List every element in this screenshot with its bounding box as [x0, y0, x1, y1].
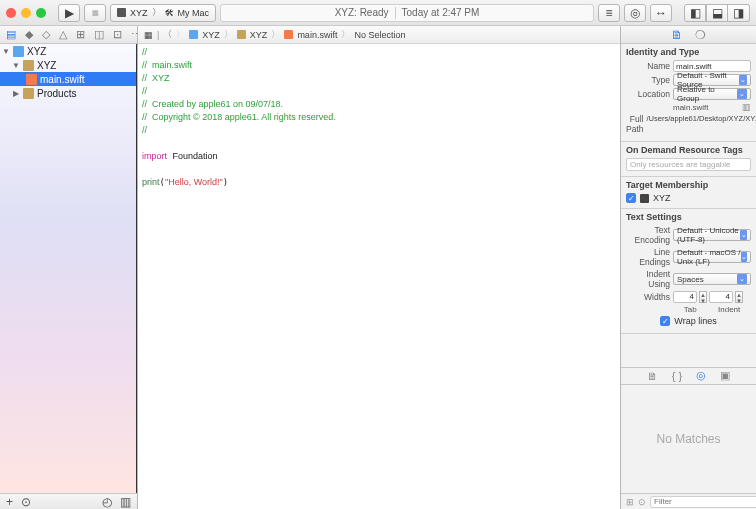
- disclosure-triangle-icon[interactable]: ▼: [12, 61, 20, 70]
- editor-assistant-button[interactable]: ◎: [624, 4, 646, 22]
- stop-button[interactable]: ■: [84, 4, 106, 22]
- fullpath-label: Full Path: [626, 114, 643, 134]
- object-library-icon[interactable]: ◎: [696, 369, 706, 382]
- swift-file-icon: [284, 30, 293, 39]
- folder-icon: [237, 30, 246, 39]
- navigator-panel: ▤ ◆ ◇ △ ⊞ ◫ ⊡ ⋯ ▼ XYZ ▼ XYZ main.swift: [0, 26, 138, 509]
- wrap-checkbox[interactable]: ✓: [660, 316, 670, 326]
- location-path: main.swift: [673, 103, 739, 112]
- chevron-updown-icon: ⌄: [741, 252, 747, 262]
- tree-label: XYZ: [37, 60, 56, 71]
- source-editor[interactable]: // // main.swift // XYZ // // Created by…: [138, 44, 620, 509]
- project-icon: [189, 30, 198, 39]
- toggle-left-panel-button[interactable]: ◧: [684, 4, 706, 22]
- code-snippet-icon[interactable]: { }: [672, 370, 682, 382]
- tree-products-row[interactable]: ▶ Products: [0, 86, 136, 100]
- tab-width-field[interactable]: 4: [673, 291, 697, 303]
- symbol-icon[interactable]: ◇: [42, 28, 50, 41]
- issue-icon[interactable]: ⊞: [76, 28, 85, 41]
- debug-icon[interactable]: ⊡: [113, 28, 122, 41]
- toggle-bottom-panel-button[interactable]: ⬓: [706, 4, 728, 22]
- disclosure-triangle-icon[interactable]: ▶: [12, 89, 20, 98]
- venn-icon: ◎: [630, 6, 640, 20]
- left-panel-icon: ◧: [690, 6, 701, 20]
- filter-icon[interactable]: ⊙: [21, 495, 31, 509]
- jump-bar[interactable]: ▦ | 〈 〉 XYZ 〉 XYZ 〉 main.swift 〉 No Sele…: [138, 26, 620, 44]
- encoding-dropdown[interactable]: Default - Unicode (UTF-8)⌄: [673, 229, 751, 241]
- editor-version-button[interactable]: ↔: [650, 4, 672, 22]
- destination-name: My Mac: [178, 8, 210, 18]
- back-icon[interactable]: 〈: [163, 28, 172, 41]
- minimize-window-icon[interactable]: [21, 8, 31, 18]
- line-endings-dropdown[interactable]: Default - macOS / Unix (LF)⌄: [673, 251, 751, 263]
- test-icon[interactable]: ◫: [94, 28, 104, 41]
- tree-group-row[interactable]: ▼ XYZ: [0, 58, 136, 72]
- close-window-icon[interactable]: [6, 8, 16, 18]
- indent-using-dropdown[interactable]: Spaces⌄: [673, 273, 751, 285]
- divider: [395, 7, 396, 19]
- disclosure-triangle-icon[interactable]: ▼: [2, 47, 10, 56]
- tab-caption: Tab: [684, 305, 697, 314]
- location-dropdown[interactable]: Relative to Group⌄: [673, 88, 751, 100]
- code-line: // main.swift: [142, 60, 192, 70]
- scm-icon[interactable]: ▥: [120, 495, 131, 509]
- tree-label: XYZ: [27, 46, 46, 57]
- indent-using-label: Indent Using: [626, 269, 670, 289]
- widths-label: Widths: [626, 292, 670, 302]
- indent-stepper[interactable]: ▲▼: [735, 291, 743, 303]
- rows-icon: ≡: [605, 6, 612, 20]
- code-line: //: [142, 47, 147, 57]
- quick-help-icon[interactable]: ❍: [695, 28, 706, 42]
- library-tabs: 🗎 { } ◎ ▣: [621, 367, 756, 385]
- project-tree[interactable]: ▼ XYZ ▼ XYZ main.swift ▶ Products: [0, 44, 137, 493]
- arrows-icon: ↔: [655, 6, 667, 20]
- odr-section: On Demand Resource Tags Only resources a…: [621, 142, 756, 177]
- section-title: Text Settings: [626, 212, 751, 222]
- forward-icon[interactable]: 〉: [176, 28, 185, 41]
- file-template-icon[interactable]: 🗎: [647, 370, 658, 382]
- crumb-selection[interactable]: No Selection: [354, 30, 405, 40]
- crumb-file[interactable]: main.swift: [297, 30, 337, 40]
- folder-icon: [23, 60, 34, 71]
- add-icon[interactable]: +: [6, 495, 13, 509]
- crumb-project[interactable]: XYZ: [202, 30, 220, 40]
- recent-icon[interactable]: ◴: [102, 495, 112, 509]
- target-checkbox[interactable]: ✓: [626, 193, 636, 203]
- zoom-window-icon[interactable]: [36, 8, 46, 18]
- odr-tags-field: Only resources are taggable: [626, 158, 751, 171]
- toggle-right-panel-button[interactable]: ◨: [728, 4, 750, 22]
- crumb-group[interactable]: XYZ: [250, 30, 268, 40]
- panel-toggle-segment: ◧ ⬓ ◨: [684, 4, 750, 22]
- code-line: //: [142, 125, 147, 135]
- tree-file-row[interactable]: main.swift: [0, 72, 136, 86]
- project-navigator-icon[interactable]: ▤: [6, 28, 16, 41]
- code-line: // Copyright © 2018 apple61. All rights …: [142, 112, 336, 122]
- folder-browse-icon[interactable]: ▥: [742, 102, 751, 112]
- media-library-icon[interactable]: ▣: [720, 369, 730, 382]
- filter-icon[interactable]: ⊙: [638, 497, 646, 507]
- related-items-icon[interactable]: ▦: [144, 30, 153, 40]
- folder-icon: [23, 88, 34, 99]
- tree-label: main.swift: [40, 74, 84, 85]
- wrap-label: Wrap lines: [674, 316, 716, 326]
- text-settings-section: Text Settings Text Encoding Default - Un…: [621, 209, 756, 334]
- bottom-panel-icon: ⬓: [712, 6, 723, 20]
- section-title: On Demand Resource Tags: [626, 145, 751, 155]
- run-button[interactable]: ▶: [58, 4, 80, 22]
- code-kw: import: [142, 151, 167, 161]
- code-mod: Foundation: [172, 151, 217, 161]
- tree-project-row[interactable]: ▼ XYZ: [0, 44, 136, 58]
- scheme-selector[interactable]: XYZ 〉 🛠 My Mac: [110, 4, 216, 22]
- editor-standard-button[interactable]: ≡: [598, 4, 620, 22]
- source-control-icon[interactable]: ◆: [25, 28, 33, 41]
- chevron-right-icon: 〉: [341, 28, 350, 41]
- tab-stepper[interactable]: ▲▼: [699, 291, 707, 303]
- stop-icon: ■: [91, 6, 98, 20]
- identity-section: Identity and Type Name main.swift Type D…: [621, 44, 756, 142]
- file-inspector-icon[interactable]: 🗎: [671, 28, 683, 42]
- indent-width-field[interactable]: 4: [709, 291, 733, 303]
- grid-icon[interactable]: ⊞: [626, 497, 634, 507]
- find-icon[interactable]: △: [59, 28, 67, 41]
- filter-input[interactable]: [650, 496, 756, 508]
- fullpath-value: /Users/apple61/Desktop/XYZ/XYZ/main.swif…: [646, 114, 756, 123]
